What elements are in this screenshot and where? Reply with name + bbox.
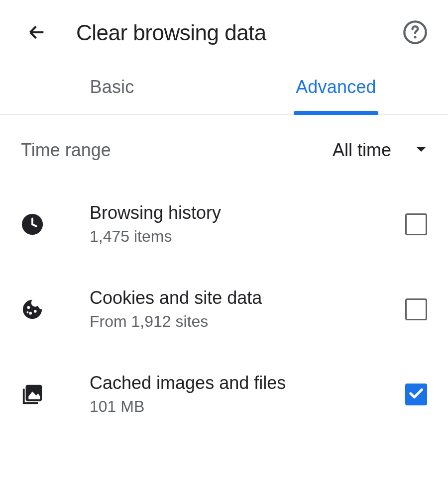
- svg-point-6: [27, 311, 29, 313]
- checkbox-cookies[interactable]: [405, 298, 427, 320]
- svg-point-1: [414, 36, 416, 38]
- list-item-cached-images[interactable]: Cached images and files 101 MB: [21, 352, 427, 437]
- checkbox-cached-images[interactable]: [405, 384, 427, 405]
- help-button[interactable]: [402, 20, 428, 46]
- content: Time range All time Browsing history 1,4…: [0, 115, 448, 437]
- item-subtitle: 1,475 items: [90, 227, 405, 246]
- svg-point-5: [34, 309, 37, 312]
- item-title: Browsing history: [90, 202, 405, 223]
- svg-point-4: [29, 311, 32, 314]
- time-range-label: Time range: [21, 140, 111, 161]
- time-range-dropdown[interactable]: All time: [333, 140, 427, 161]
- tabs: Basic Advanced: [0, 61, 448, 115]
- checkbox-browsing-history[interactable]: [405, 213, 427, 235]
- tab-basic[interactable]: Basic: [0, 61, 224, 114]
- check-icon: [409, 387, 424, 401]
- options-list: Browsing history 1,475 items Cookies and…: [0, 182, 448, 437]
- cookie-icon: [21, 298, 44, 321]
- time-range-row[interactable]: Time range All time: [0, 115, 448, 182]
- back-button[interactable]: [25, 21, 49, 45]
- header: Clear browsing data: [0, 0, 448, 61]
- item-subtitle: 101 MB: [90, 397, 405, 416]
- tab-advanced[interactable]: Advanced: [224, 61, 448, 114]
- time-range-value: All time: [333, 140, 391, 161]
- item-title: Cookies and site data: [90, 288, 405, 308]
- item-title: Cached images and files: [90, 373, 405, 393]
- list-item-cookies[interactable]: Cookies and site data From 1,912 sites: [21, 267, 427, 352]
- item-subtitle: From 1,912 sites: [90, 312, 405, 331]
- help-icon: [402, 19, 428, 47]
- image-icon: [21, 383, 44, 406]
- chevron-down-icon: [415, 146, 427, 155]
- page-title: Clear browsing data: [76, 20, 266, 45]
- svg-point-3: [27, 306, 30, 309]
- list-item-browsing-history[interactable]: Browsing history 1,475 items: [21, 182, 427, 267]
- clock-icon: [21, 213, 44, 236]
- arrow-left-icon: [27, 22, 47, 44]
